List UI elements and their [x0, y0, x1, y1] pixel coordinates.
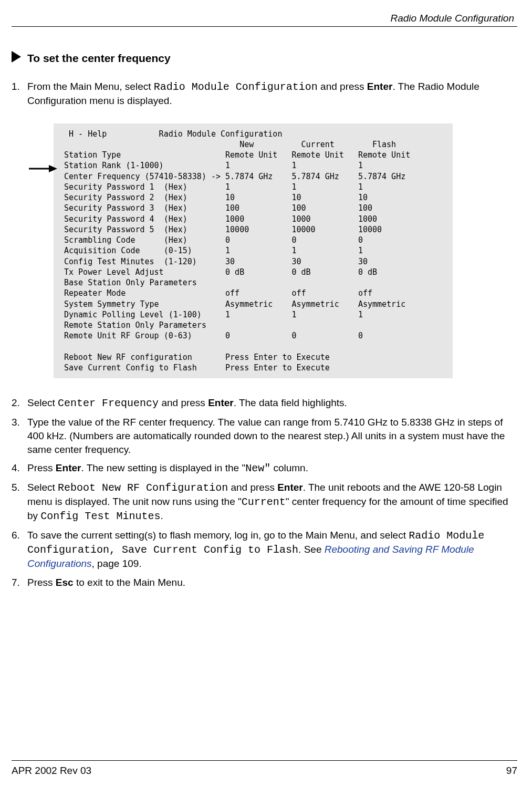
key-name: Enter — [208, 397, 234, 408]
step-text: . See — [298, 544, 325, 555]
step-number: 5. — [12, 481, 21, 494]
step-text: , page 109. — [92, 558, 142, 569]
step-text: To save the current setting(s) to flash … — [27, 530, 409, 541]
step-1: 1. From the Main Menu, select Radio Modu… — [12, 80, 516, 108]
ui-path-code: Radio Module Configuration — [154, 81, 318, 93]
key-name: Esc — [56, 577, 74, 588]
svg-marker-2 — [49, 165, 57, 172]
procedure-title: To set the center frequency — [27, 52, 171, 65]
step-number: 2. — [12, 396, 21, 410]
step-text: Type the value of the RF center frequenc… — [27, 416, 516, 456]
play-icon — [12, 51, 21, 65]
ui-path-code: Current — [242, 496, 286, 508]
step-number: 3. — [12, 416, 21, 429]
step-2: 2. Select Center Frequency and press Ent… — [12, 396, 516, 410]
key-name: Enter — [277, 482, 303, 493]
page-number: 97 — [506, 765, 517, 777]
svg-marker-0 — [12, 51, 21, 63]
step-7: 7. Press Esc to exit to the Main Menu. — [12, 576, 516, 590]
step-text: Select — [27, 397, 58, 408]
pointer-arrow-icon — [29, 163, 57, 175]
step-number: 7. — [12, 576, 21, 590]
step-text: column. — [270, 462, 308, 473]
ui-path-code: Save Current Config to Flash — [122, 544, 298, 556]
step-number: 4. — [12, 461, 21, 475]
step-text: From the Main Menu, select — [27, 81, 154, 92]
step-text: to exit to the Main Menu. — [74, 577, 185, 588]
procedure-heading: To set the center frequency — [12, 51, 517, 65]
ui-path-code: Reboot New RF Configuration — [58, 482, 228, 494]
rule-top — [12, 26, 517, 27]
step-text: Press — [27, 462, 56, 473]
step-3: 3. Type the value of the RF center frequ… — [12, 416, 516, 456]
step-4: 4. Press Enter. The new setting is displ… — [12, 461, 516, 475]
key-name: Enter — [367, 81, 393, 92]
step-text: and press — [159, 397, 208, 408]
running-head: Radio Module Configuration — [12, 13, 517, 24]
step-5: 5. Select Reboot New RF Configuration an… — [12, 481, 516, 523]
terminal-screenshot: H - Help Radio Module Configuration New … — [12, 123, 517, 379]
step-number: 1. — [12, 80, 21, 94]
step-text: and press — [228, 482, 277, 493]
ui-path-code: Center Frequency — [58, 397, 159, 409]
step-text: , — [109, 544, 122, 556]
step-text: Press — [27, 577, 56, 588]
ui-path-code: Config Test Minutes — [40, 510, 160, 522]
key-name: Enter — [56, 462, 81, 473]
footer-left: APR 2002 Rev 03 — [12, 765, 91, 777]
step-text: Select — [27, 482, 58, 493]
step-text: and press — [318, 81, 367, 92]
terminal-content: H - Help Radio Module Configuration New … — [64, 129, 451, 374]
step-number: 6. — [12, 529, 21, 542]
ui-path-code: New" — [245, 462, 270, 474]
step-6: 6. To save the current setting(s) to fla… — [12, 529, 516, 571]
step-text: . The data field highlights. — [234, 397, 347, 408]
rule-bottom — [12, 760, 517, 761]
step-text: . — [160, 510, 163, 521]
step-text: . The new setting is displayed in the " — [81, 462, 245, 473]
